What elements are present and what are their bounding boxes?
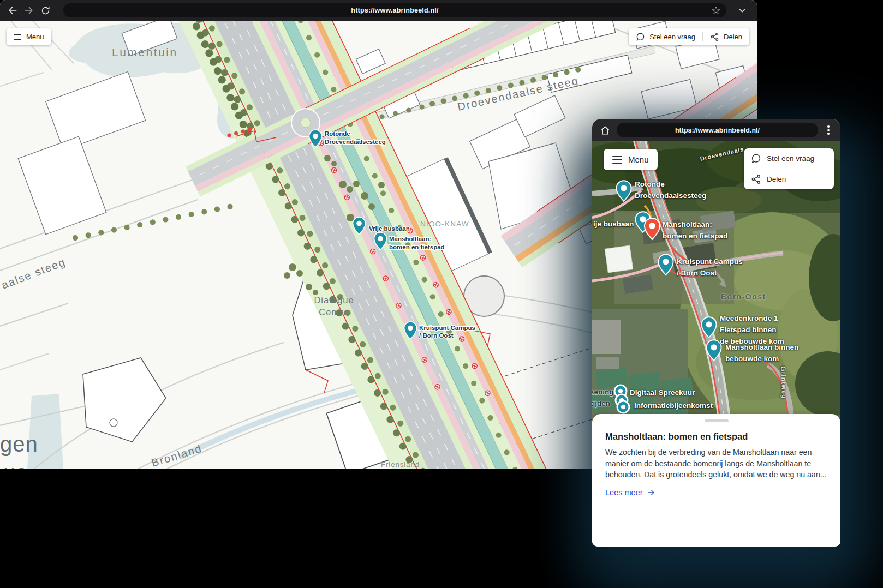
chevron-down-icon <box>737 5 747 15</box>
lees-meer-link[interactable]: Lees meer <box>605 488 655 497</box>
back-button[interactable] <box>5 3 20 17</box>
ask-question-label: Stel een vraag <box>649 33 695 41</box>
home-icon[interactable] <box>599 124 611 136</box>
info-card: Mansholtlaan: bomen en fietspad We zocht… <box>592 414 840 547</box>
share-icon <box>710 32 719 41</box>
forward-arrow-icon <box>23 5 34 16</box>
mobile-ask-question-label: Stel een vraag <box>767 154 814 163</box>
marker-label-rotonde-2: Droevendaalsesteeg <box>325 139 386 145</box>
label-lumentuin: Lumentuin <box>112 46 178 58</box>
label-dialogue-2: Centre <box>319 307 349 317</box>
marker-label-kruispunt-2: / Born Oost <box>419 332 454 339</box>
menu-label: Menu <box>26 33 44 41</box>
mobile-menu-button[interactable]: Menu <box>604 149 658 170</box>
mobile-browser-window: https://www.abrinbeeld.nl/ <box>592 119 840 547</box>
mobile-cluster-marker-3[interactable] <box>617 401 629 413</box>
map-actions-bar: Stel een vraag Delen <box>629 28 749 45</box>
card-title: Mansholtlaan: bomen en fietspad <box>605 431 827 442</box>
mobile-address-bar[interactable]: https://www.abrinbeeld.nl/ <box>617 123 818 137</box>
marker-label-busbaan: Vrije busbaan <box>369 225 410 232</box>
reload-icon <box>40 5 51 16</box>
mobile-share-button[interactable]: Delen <box>744 169 834 189</box>
hamburger-icon <box>612 156 622 164</box>
divider <box>702 32 703 41</box>
mobile-map[interactable]: Droevendaals RotondeDroevendaalsesteeg i… <box>592 141 840 423</box>
mobile-menu-label: Menu <box>628 155 649 164</box>
label-nioo-knaw: NIOO-KNAW <box>420 220 469 228</box>
marker-label-mansholtlaan-1: Mansholtlaan: <box>389 236 431 242</box>
label-gen: gen <box>0 432 38 456</box>
url-text: https://www.abrinbeeld.nl/ <box>351 7 438 14</box>
forward-button[interactable] <box>22 3 36 17</box>
back-arrow-icon <box>7 5 18 16</box>
label-friensland: Friensland- <box>381 460 422 469</box>
marker-label-rotonde-1: Rotonde <box>325 130 350 137</box>
reload-button[interactable] <box>38 3 52 17</box>
arrow-right-icon <box>647 488 655 497</box>
drag-handle[interactable] <box>705 419 729 422</box>
toolbar-chevron-button[interactable] <box>735 4 749 17</box>
address-bar[interactable]: https://www.abrinbeeld.nl/ <box>63 3 726 17</box>
mobile-actions-panel: Stel een vraag Delen <box>744 148 834 189</box>
marker-label-mansholtlaan-2: bomen en fietspad <box>389 244 445 250</box>
screen: https://www.abrinbeeld.nl/ <box>0 0 883 588</box>
round-building <box>464 276 504 316</box>
card-body: We zochten bij de verbreding van de Mans… <box>605 447 827 481</box>
canal-band <box>27 394 63 469</box>
ask-question-button[interactable]: Stel een vraag <box>636 32 695 41</box>
mobile-url-text: https://www.abrinbeeld.nl/ <box>675 127 760 134</box>
browser-toolbar: https://www.abrinbeeld.nl/ <box>0 0 757 21</box>
chat-bubble-icon <box>751 153 761 164</box>
marker-label-kruispunt-1: Kruispunt Campus <box>419 325 475 331</box>
hamburger-icon <box>14 34 21 40</box>
label-gen-partial: us <box>3 460 27 469</box>
menu-button[interactable]: Menu <box>7 28 51 45</box>
mobile-browser-toolbar: https://www.abrinbeeld.nl/ <box>592 119 840 141</box>
mobile-ask-question-button[interactable]: Stel een vraag <box>744 148 834 169</box>
share-label: Delen <box>724 33 742 41</box>
mobile-share-label: Delen <box>767 175 786 183</box>
chat-bubble-icon <box>636 32 645 41</box>
lees-meer-label: Lees meer <box>605 488 643 497</box>
kebab-menu-icon[interactable] <box>824 125 833 135</box>
bookmark-star-icon[interactable] <box>711 5 721 15</box>
share-button[interactable]: Delen <box>710 32 742 41</box>
label-dialogue-1: Dialogue <box>314 295 354 305</box>
share-icon <box>751 174 761 184</box>
